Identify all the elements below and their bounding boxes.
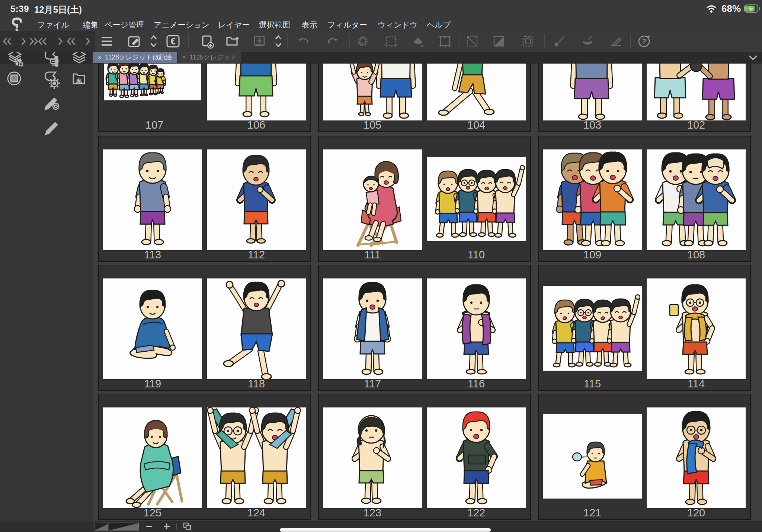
svg-text:?: ? <box>642 38 646 45</box>
svg-text:68%: 68% <box>721 3 741 14</box>
